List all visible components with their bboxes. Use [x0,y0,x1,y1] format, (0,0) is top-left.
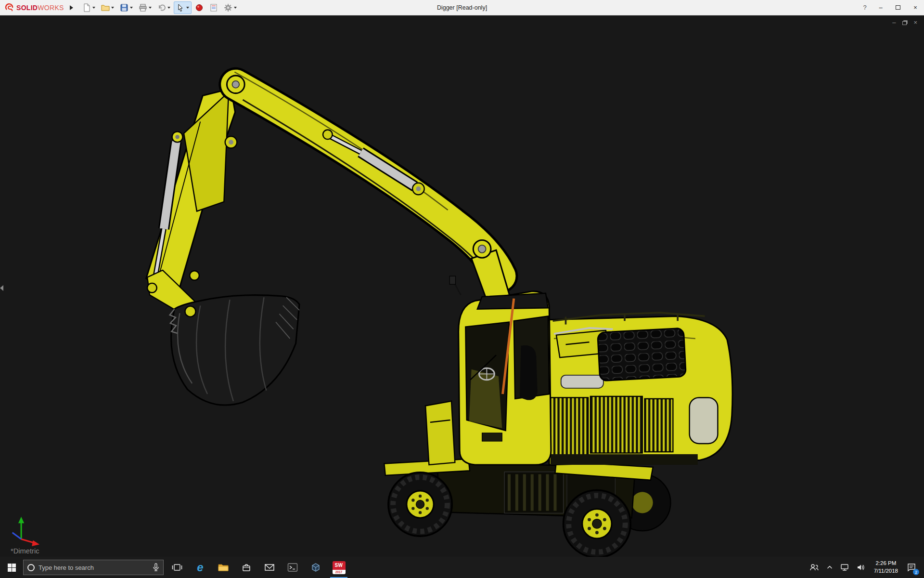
minimize-button[interactable]: – [872,0,889,15]
clock-time: 2:26 PM [875,560,896,567]
model-viewport-canvas[interactable]: *Dimetric [0,15,924,557]
excavator-model [146,72,732,557]
task-view-button[interactable] [166,557,189,578]
cortana-icon[interactable] [27,564,35,571]
3d-cube-icon [311,563,321,572]
windows-taskbar: e SW 2 [0,557,924,578]
file-explorer-icon [218,563,229,572]
3d-viewer-button[interactable] [304,557,327,578]
view-orientation-label: *Dimetric [11,547,39,555]
notification-badge: 2 [913,569,919,575]
edge-browser-button[interactable]: e [189,557,212,578]
taskbar-search[interactable] [23,560,164,575]
network-button[interactable] [837,557,852,578]
document-window-controls: – × [892,19,917,26]
titlebar: SOLIDWORKS [0,0,924,15]
mail-button[interactable] [258,557,281,578]
mail-envelope-icon [264,563,275,572]
taskbar-clock[interactable]: 2:26 PM 7/11/2018 [870,560,902,575]
dropdown-caret[interactable] [149,7,152,9]
open-folder-icon [101,3,110,12]
chevron-up-icon [827,565,833,570]
print-button[interactable] [136,1,154,14]
windows-logo-icon [8,564,16,572]
task-view-icon [172,563,182,572]
select-tool-button[interactable] [174,1,192,14]
brand-works: WORKS [38,4,64,12]
dropdown-caret[interactable] [167,7,170,9]
maximize-icon [896,5,900,10]
store-button[interactable] [235,557,258,578]
report-notebook-icon [209,3,218,12]
print-icon [139,3,147,12]
save-button[interactable] [117,1,135,14]
document-title: Digger [Read-only] [437,0,487,15]
appearance-ball-icon [195,3,204,12]
save-icon [120,3,128,12]
command-prompt-button[interactable] [281,557,304,578]
report-button[interactable] [207,1,220,14]
doc-close-icon[interactable]: × [913,19,917,26]
show-hidden-icons-button[interactable] [824,557,835,578]
select-cursor-icon [176,3,185,12]
solidworks-2017-icon: SW 2017 [333,561,346,574]
open-document-button[interactable] [99,1,116,14]
people-button[interactable] [807,557,822,578]
volume-button[interactable] [854,557,868,578]
action-center-button[interactable]: 2 [904,557,919,578]
gear-icon [224,3,232,12]
new-document-icon [82,3,91,12]
dropdown-caret[interactable] [130,7,133,9]
system-tray: 2:26 PM 7/11/2018 2 [807,557,924,578]
start-button[interactable] [0,557,23,578]
store-bag-icon [242,563,251,572]
help-button[interactable]: ? [858,4,872,11]
clock-date: 7/11/2018 [874,567,898,575]
brand-solid: SOLID [16,4,38,12]
edit-appearance-button[interactable] [192,1,206,14]
undo-icon [157,3,166,12]
dropdown-caret[interactable] [186,7,189,9]
microphone-icon[interactable] [153,563,159,572]
feature-panel-expand-arrow[interactable] [0,285,3,291]
solidworks-logo: SOLIDWORKS [0,3,68,13]
doc-restore-icon[interactable] [902,21,907,25]
new-document-button[interactable] [80,1,98,14]
edge-icon: e [197,561,203,574]
network-icon [840,564,849,571]
window-controls: ? – × [858,0,924,15]
speaker-icon [857,564,865,571]
dropdown-caret[interactable] [92,7,95,9]
file-explorer-button[interactable] [212,557,235,578]
search-input[interactable] [38,564,149,571]
undo-button[interactable] [155,1,173,14]
command-prompt-icon [287,563,298,572]
doc-minimize-icon[interactable]: – [892,19,896,26]
people-icon [809,563,819,572]
orientation-triad [13,517,39,546]
dropdown-caret[interactable] [234,7,237,9]
menu-expand-arrow[interactable] [70,5,73,10]
quick-access-toolbar [80,1,239,14]
ds-logo-icon [5,3,14,13]
options-button[interactable] [221,1,239,14]
close-button[interactable]: × [907,0,924,15]
maximize-button[interactable] [889,0,907,15]
dropdown-caret[interactable] [111,7,114,9]
solidworks-2017-button[interactable]: SW 2017 [327,557,350,578]
graphics-viewport[interactable]: *Dimetric – × [0,15,924,557]
